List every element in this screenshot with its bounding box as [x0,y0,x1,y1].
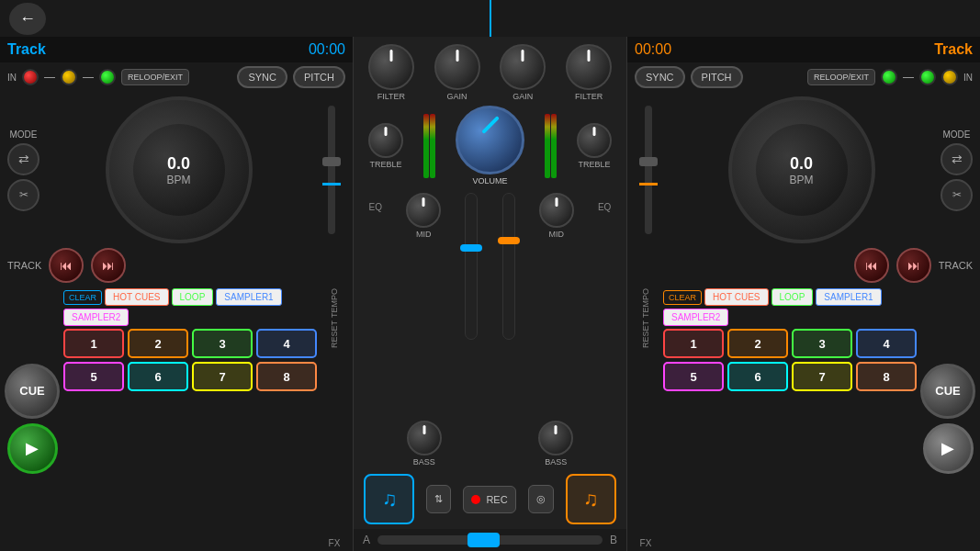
right-reloop-led-2[interactable] [881,69,897,85]
right-mode-btn-1[interactable]: ⇄ [941,143,973,175]
left-jog-wheel[interactable]: 0.0 BPM [106,96,253,243]
right-pad-4[interactable]: 4 [856,329,917,358]
left-prev-track-btn[interactable]: ⏮ [49,248,84,283]
right-pitch-track[interactable] [645,106,652,234]
left-cue-btn[interactable]: CUE [5,364,60,419]
left-pad-8[interactable]: 8 [256,362,317,391]
treble-label-left: TREBLE [369,160,401,169]
left-out-led[interactable] [61,69,77,85]
rec-btn[interactable]: REC [463,486,515,513]
left-jog-inner: 0.0 BPM [133,124,225,216]
right-pitch-line [639,183,658,186]
left-play-btn[interactable]: ▶ [7,423,58,474]
right-sync-btn[interactable]: SYNC [635,66,685,88]
left-pad-5[interactable]: 5 [63,362,124,391]
left-in-label: IN [7,73,17,83]
right-tab-hotcues[interactable]: HOT CUES [704,288,769,306]
left-fx-label[interactable]: FX [329,538,341,548]
left-pad-1[interactable]: 1 [63,329,124,358]
bass-knob-right[interactable] [538,421,573,455]
right-fx-label[interactable]: FX [640,538,652,548]
filter-knob-right[interactable] [566,44,612,90]
left-jog-section: MODE ⇄ ✂ 0.0 BPM [0,92,353,248]
left-next-track-btn[interactable]: ⏭ [91,248,126,283]
vu-right [545,114,557,178]
left-pad-7[interactable]: 7 [192,362,253,391]
right-pitch-handle[interactable] [639,157,658,166]
left-pad-2[interactable]: 2 [128,329,188,358]
left-in-led[interactable] [22,69,39,85]
right-tempo-fx: TEMPO RESET FX [632,288,659,548]
right-reset-btn[interactable]: RESET [641,320,650,348]
mixer-top-knobs: FILTER GAIN GAIN FILTER [354,37,626,101]
left-fader-handle[interactable] [460,244,482,252]
right-pitch-btn[interactable]: PITCH [691,66,743,88]
right-tab-sampler1[interactable]: SAMPLER1 [816,288,881,306]
right-jog-wheel[interactable]: 0.0 BPM [728,96,875,243]
right-cue-btn[interactable]: CUE [920,364,975,419]
treble-label-right: TREBLE [578,160,610,169]
center-mixer: FILTER GAIN GAIN FILTER [354,37,626,551]
filter-knob-left[interactable] [368,44,414,90]
left-reset-btn[interactable]: RESET [330,320,339,348]
left-sync-btn[interactable]: SYNC [237,66,287,88]
left-reloop-btn[interactable]: RELOOP/EXIT [121,69,189,85]
left-reloop-led[interactable] [99,69,116,85]
right-tab-loop[interactable]: LOOP [772,288,814,306]
left-mode-btn-2[interactable]: ✂ [7,179,39,211]
right-track-label: Track [934,41,973,58]
left-track-section: TRACK ⏮ ⏭ [0,248,353,286]
mixer-icon-btn[interactable]: ⇅ [426,485,451,513]
right-pad-2[interactable]: 2 [727,329,788,358]
left-fader-track[interactable] [465,193,478,340]
mid-knob-left[interactable] [406,193,441,228]
right-pad-7[interactable]: 7 [792,362,852,391]
add-track-left-btn[interactable]: ♫ [364,474,414,524]
right-pad-6[interactable]: 6 [727,362,788,391]
treble-knob-right[interactable] [577,123,612,158]
right-tab-sampler2[interactable]: SAMPLER2 [663,309,728,326]
left-pad-4[interactable]: 4 [256,329,317,358]
gain-knob-left[interactable] [434,44,480,90]
left-pad-grid: 1 2 3 4 5 6 7 8 [63,329,317,391]
left-pad-3[interactable]: 3 [192,329,253,358]
right-pad-1[interactable]: 1 [663,329,724,358]
left-pitch-track[interactable] [328,106,335,234]
crossfader-handle[interactable] [467,533,500,547]
left-pitch-handle[interactable] [322,157,341,166]
mid-knob-right[interactable] [539,193,574,228]
right-play-btn[interactable]: ▶ [923,423,974,474]
right-pad-3[interactable]: 3 [792,329,852,358]
volume-knob[interactable] [456,106,524,174]
left-pitch-btn[interactable]: PITCH [293,66,345,88]
right-pad-8[interactable]: 8 [856,362,917,391]
treble-knob-left[interactable] [368,123,403,158]
left-tab-sampler2[interactable]: SAMPLER2 [63,309,129,326]
right-jog-section: MODE ⇄ ✂ 0.0 BPM [627,92,980,248]
gain-knob-right[interactable] [500,44,546,90]
right-reloop-led-1[interactable] [919,69,936,85]
right-out-led[interactable] [941,69,958,85]
crossfader-track[interactable] [377,535,603,545]
right-prev-track-btn[interactable]: ⏮ [854,248,889,283]
add-track-right-btn[interactable]: ♫ [566,474,616,524]
right-reloop-btn[interactable]: RELOOP/EXIT [807,69,875,85]
left-tab-loop[interactable]: LOOP [172,288,214,306]
left-tab-hotcues[interactable]: HOT CUES [105,288,169,306]
bass-knob-left[interactable] [407,421,442,455]
right-next-track-btn[interactable]: ⏭ [896,248,931,283]
target-btn[interactable]: ◎ [528,485,554,513]
left-pad-6[interactable]: 6 [128,362,188,391]
left-tab-sampler1[interactable]: SAMPLER1 [216,288,281,306]
right-fader-track[interactable] [502,193,515,340]
right-time: 00:00 [635,41,671,58]
left-track-label: Track [7,41,46,58]
gain-label-left: GAIN [447,92,467,101]
right-pad-5[interactable]: 5 [663,362,724,391]
right-mode-btn-2[interactable]: ✂ [941,179,973,211]
left-clear-badge[interactable]: CLEAR [63,290,102,305]
right-fader-handle[interactable] [498,237,520,244]
right-clear-badge[interactable]: CLEAR [663,290,702,305]
left-mode-btn-1[interactable]: ⇄ [7,143,39,175]
back-button[interactable]: ← [9,3,46,35]
